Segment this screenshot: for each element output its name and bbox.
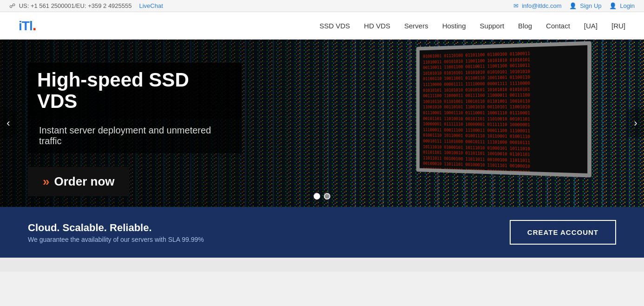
email-link[interactable]: ✉ info@itldc.com: [513, 2, 562, 9]
nav-ua[interactable]: [UA]: [584, 22, 598, 30]
footer-bar: [0, 258, 644, 272]
slider-next-button[interactable]: ›: [627, 109, 644, 137]
hero-laptop: 01001001 01110100 01101100 01100100 0110…: [412, 44, 607, 202]
header: iTl. SSD VDS HD VDS Servers Hosting Supp…: [0, 12, 644, 40]
slider-prev-button[interactable]: ‹: [0, 109, 17, 137]
topbar-left: ☍ US: +1 561 2500001/EU: +359 2 4925555 …: [9, 2, 163, 9]
order-now-button[interactable]: » Order now: [28, 167, 129, 196]
create-account-button[interactable]: CREATE ACCOUNT: [510, 220, 616, 245]
hero-subtitle: Instant server deployment and unmetered …: [39, 125, 230, 146]
nav-servers[interactable]: Servers: [404, 22, 428, 30]
cta-bar-text: Cloud. Scalable. Reliable. We guarantee …: [28, 222, 204, 243]
login-icon: 👤: [609, 2, 617, 9]
screen-line: 01110001 10001110 01110001 10001110 0111…: [423, 110, 583, 116]
nav-hd-vds[interactable]: HD VDS: [364, 22, 390, 30]
login-link[interactable]: 👤 Login: [609, 2, 635, 9]
nav-ssd-vds[interactable]: SSD VDS: [319, 22, 350, 30]
nav-blog[interactable]: Blog: [518, 22, 532, 30]
nav-ru[interactable]: [RU]: [611, 22, 625, 30]
screen-content: 01001001 01110100 01101100 01100100 0110…: [420, 45, 587, 173]
signup-link[interactable]: 👤 Sign Up: [569, 2, 602, 9]
livechat-link[interactable]: LiveChat: [139, 2, 163, 9]
cta-bar-heading: Cloud. Scalable. Reliable.: [28, 222, 204, 234]
screen-line: 11001010 00110101 11001010 00110101 1100…: [423, 104, 583, 110]
laptop-screen: 01001001 01110100 01101100 01100100 0110…: [416, 41, 591, 178]
hero-title: High-speed SSD VDS: [37, 69, 232, 112]
mail-icon: ✉: [513, 2, 519, 9]
main-nav: SSD VDS HD VDS Servers Hosting Support B…: [319, 22, 625, 30]
phone-icon: ☍: [9, 2, 15, 9]
hero-slider: 01001001 01110100 01101100 01100100 0110…: [0, 40, 644, 207]
hero-title-box: High-speed SSD VDS: [28, 63, 242, 119]
slider-dot-2[interactable]: [324, 193, 330, 200]
topbar-right: ✉ info@itldc.com 👤 Sign Up 👤 Login: [513, 2, 635, 9]
cta-bar: Cloud. Scalable. Reliable. We guarantee …: [0, 207, 644, 258]
topbar: ☍ US: +1 561 2500001/EU: +359 2 4925555 …: [0, 0, 644, 12]
screen-line: 10010110 01101001 10010110 01101001 1001…: [423, 98, 583, 105]
hero-subtitle-box: Instant server deployment and unmetered …: [28, 119, 242, 153]
cta-bar-subtext: We guarantee the availability of our ser…: [28, 236, 204, 243]
nav-support[interactable]: Support: [480, 22, 505, 30]
slider-dots: [314, 193, 330, 200]
logo[interactable]: iTl.: [19, 18, 36, 33]
cta-arrows-icon: »: [43, 174, 49, 189]
signup-icon: 👤: [569, 2, 577, 9]
slider-dot-1[interactable]: [314, 193, 320, 200]
nav-hosting[interactable]: Hosting: [442, 22, 466, 30]
phone-info: ☍ US: +1 561 2500001/EU: +359 2 4925555: [9, 2, 132, 9]
nav-contact[interactable]: Contact: [546, 22, 570, 30]
hero-content: High-speed SSD VDS Instant server deploy…: [0, 40, 269, 207]
cta-label: Order now: [54, 174, 114, 189]
